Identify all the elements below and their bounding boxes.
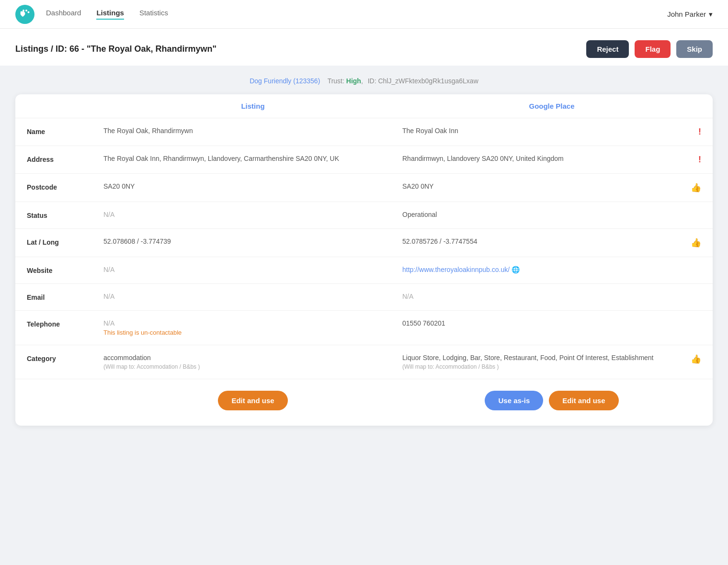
col-listing-header: Listing xyxy=(103,102,402,110)
label-postcode: Postcode xyxy=(27,182,103,191)
listing-telephone: N/A This listing is un-contactable xyxy=(103,319,402,336)
google-email-text: N/A xyxy=(402,293,701,300)
trust-label: Trust: High, xyxy=(328,77,363,85)
alert-icon-address: ! xyxy=(698,155,701,165)
label-address: Address xyxy=(27,155,103,163)
label-status: Status xyxy=(27,211,103,219)
label-email: Email xyxy=(27,293,103,301)
row-postcode: Postcode SA20 0NY SA20 0NY 👍 xyxy=(15,174,713,202)
chevron-down-icon: ▾ xyxy=(709,10,713,19)
actions-row: Edit and use Use as-is Edit and use xyxy=(15,379,713,410)
google-category-text: Liquor Store, Lodging, Bar, Store, Resta… xyxy=(402,354,687,370)
row-email: Email N/A N/A xyxy=(15,284,713,311)
google-name-text: The Royal Oak Inn xyxy=(402,127,694,135)
comparison-card: Listing Google Place Name The Royal Oak,… xyxy=(15,94,713,426)
listing-postcode: SA20 0NY xyxy=(103,182,402,190)
use-as-is-button[interactable]: Use as-is xyxy=(485,391,543,410)
label-latlong: Lat / Long xyxy=(27,237,103,246)
trust-value: High xyxy=(346,77,361,85)
info-bar: Dog Furiendly (123356) Trust: High, ID: … xyxy=(15,77,713,85)
listing-category: accommodation (Will map to: Accommodatio… xyxy=(103,354,402,370)
row-name: Name The Royal Oak, Rhandirmywn The Roya… xyxy=(15,118,713,146)
listing-name: The Royal Oak, Rhandirmywn xyxy=(103,127,402,135)
google-postcode: SA20 0NY 👍 xyxy=(402,182,701,193)
alert-icon-name: ! xyxy=(698,127,701,137)
id-text: ID: ChlJ_zWFktexb0gRk1usga6Lxaw xyxy=(368,77,478,85)
listing-edit-use-button[interactable]: Edit and use xyxy=(218,391,287,410)
google-website-text: http://www.theroyaloakinnpub.co.uk/ 🌐 xyxy=(402,266,701,273)
skip-button[interactable]: Skip xyxy=(676,40,713,58)
row-website: Website N/A http://www.theroyaloakinnpub… xyxy=(15,257,713,284)
google-name: The Royal Oak Inn ! xyxy=(402,127,701,137)
google-actions: Use as-is Edit and use xyxy=(402,391,701,410)
google-latlong: 52.0785726 / -3.7747554 👍 xyxy=(402,237,701,248)
breadcrumb: Listings / ID: 66 - "The Royal Oak, Rhan… xyxy=(15,44,216,54)
nav-listings[interactable]: Listings xyxy=(96,9,124,20)
listing-address: The Royal Oak Inn, Rhandirmwyn, Llandove… xyxy=(103,155,402,162)
google-telephone-text: 01550 760201 xyxy=(402,319,701,327)
nav-dashboard[interactable]: Dashboard xyxy=(46,9,81,20)
label-category: Category xyxy=(27,354,103,362)
google-website-link[interactable]: http://www.theroyaloakinnpub.co.uk/ xyxy=(402,266,510,273)
thumbs-icon-postcode: 👍 xyxy=(691,182,701,193)
google-website: http://www.theroyaloakinnpub.co.uk/ 🌐 xyxy=(402,266,701,273)
label-telephone: Telephone xyxy=(27,319,103,328)
google-edit-use-button[interactable]: Edit and use xyxy=(549,391,618,410)
google-status: Operational xyxy=(402,211,701,218)
google-address: Rhandirmwyn, Llandovery SA20 0NY, United… xyxy=(402,155,701,165)
listing-email: N/A xyxy=(103,293,402,300)
row-category: Category accommodation (Will map to: Acc… xyxy=(15,345,713,379)
google-latlong-text: 52.0785726 / -3.7747554 xyxy=(402,237,687,245)
listing-actions: Edit and use xyxy=(103,391,402,410)
row-status: Status N/A Operational xyxy=(15,202,713,229)
listing-category-map: (Will map to: Accommodation / B&bs ) xyxy=(103,363,391,370)
row-address: Address The Royal Oak Inn, Rhandirmwyn, … xyxy=(15,146,713,174)
main-content: Dog Furiendly (123356) Trust: High, ID: … xyxy=(0,66,728,437)
listing-status: N/A xyxy=(103,211,402,218)
column-headers: Listing Google Place xyxy=(15,94,713,118)
navbar: Dashboard Listings Statistics John Parke… xyxy=(0,0,728,29)
google-status-text: Operational xyxy=(402,211,701,218)
dog-furiendly-link[interactable]: Dog Furiendly (123356) xyxy=(250,77,320,85)
label-website: Website xyxy=(27,266,103,274)
nav-links: Dashboard Listings Statistics xyxy=(46,9,667,20)
col-google-header: Google Place xyxy=(402,102,701,110)
row-latlong: Lat / Long 52.078608 / -3.774739 52.0785… xyxy=(15,229,713,257)
google-category-map: (Will map to: Accommodation / B&bs ) xyxy=(402,363,687,370)
user-menu[interactable]: John Parker ▾ xyxy=(667,10,713,19)
globe-icon: 🌐 xyxy=(512,266,520,273)
reject-button[interactable]: Reject xyxy=(586,40,629,58)
google-email: N/A xyxy=(402,293,701,300)
google-address-text: Rhandirmwyn, Llandovery SA20 0NY, United… xyxy=(402,155,694,162)
nav-statistics[interactable]: Statistics xyxy=(139,9,168,20)
google-postcode-text: SA20 0NY xyxy=(402,182,687,190)
page-header: Listings / ID: 66 - "The Royal Oak, Rhan… xyxy=(0,29,728,66)
flag-button[interactable]: Flag xyxy=(635,40,671,58)
label-name: Name xyxy=(27,127,103,136)
logo-icon xyxy=(15,5,34,24)
thumbs-icon-category: 👍 xyxy=(691,354,701,364)
trust-prefix xyxy=(322,77,326,85)
row-telephone: Telephone N/A This listing is un-contact… xyxy=(15,311,713,345)
thumbs-icon-latlong: 👍 xyxy=(691,237,701,248)
google-telephone: 01550 760201 xyxy=(402,319,701,327)
header-actions: Reject Flag Skip xyxy=(586,40,713,58)
listing-website: N/A xyxy=(103,266,402,273)
uncontactable-warning: This listing is un-contactable xyxy=(103,329,391,336)
listing-latlong: 52.078608 / -3.774739 xyxy=(103,237,402,245)
google-category: Liquor Store, Lodging, Bar, Store, Resta… xyxy=(402,354,701,370)
user-name: John Parker xyxy=(667,10,706,18)
